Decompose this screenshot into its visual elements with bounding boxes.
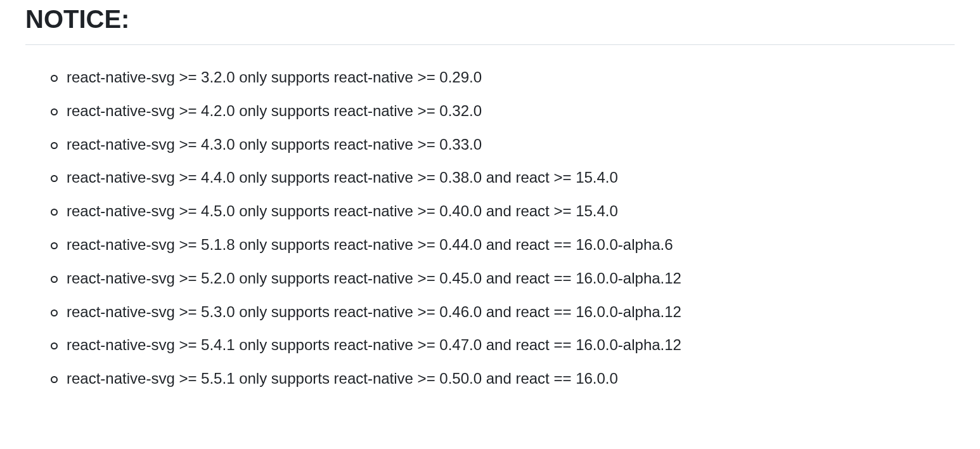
list-item: react-native-svg >= 4.3.0 only supports … bbox=[51, 128, 955, 162]
list-item: react-native-svg >= 5.1.8 only supports … bbox=[51, 228, 955, 262]
list-item: react-native-svg >= 3.2.0 only supports … bbox=[51, 61, 955, 94]
list-item: react-native-svg >= 5.5.1 only supports … bbox=[51, 362, 955, 396]
list-item: react-native-svg >= 5.4.1 only supports … bbox=[51, 329, 955, 362]
list-item: react-native-svg >= 4.4.0 only supports … bbox=[51, 161, 955, 195]
list-item: react-native-svg >= 5.3.0 only supports … bbox=[51, 296, 955, 329]
list-item: react-native-svg >= 5.2.0 only supports … bbox=[51, 262, 955, 296]
compatibility-list: react-native-svg >= 3.2.0 only supports … bbox=[25, 61, 955, 396]
notice-heading: NOTICE: bbox=[25, 0, 955, 45]
list-item: react-native-svg >= 4.5.0 only supports … bbox=[51, 195, 955, 228]
list-item: react-native-svg >= 4.2.0 only supports … bbox=[51, 94, 955, 128]
